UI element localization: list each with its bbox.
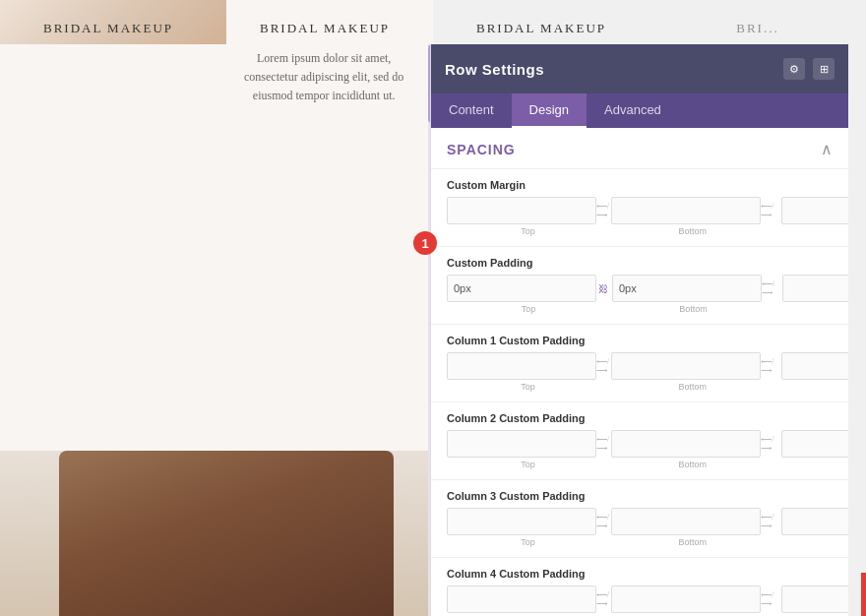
col3-padding-label: Column 3 Custom Padding [447,490,833,502]
padding-link-icon[interactable]: ⛓ [598,283,608,294]
padding-top-label: Top [522,304,536,314]
col2-bottom-group: ⟵/⟶ Bottom [611,430,773,469]
col1-left-group: ⟵/⟶ Left [781,352,848,392]
col3-top-group: ⟵/⟶ Top [447,508,609,547]
panel-content: Spacing ∧ Custom Margin ⟵/⟶ Top ⟵/⟶ [431,128,848,616]
custom-margin-inputs: ⟵/⟶ Top ⟵/⟶ Bottom ⟵/⟶ [447,197,833,236]
margin-bottom-group: ⟵/⟶ Bottom [611,197,773,236]
col1-padding-block: Column 1 Custom Padding ⟵/⟶ Top ⟵/⟶ Bott… [431,325,848,402]
padding-bottom-responsive: ⟵/⟶ [762,279,774,297]
col2-padding-inputs: ⟵/⟶ Top ⟵/⟶ Bottom ⟵/⟶ [447,430,833,469]
col3-padding-inputs: ⟵/⟶ Top ⟵/⟶ Bottom ⟵/⟶ [447,508,833,547]
padding-top-input[interactable] [447,275,596,302]
col4-left-group: ⟵/⟶ Left [781,585,848,616]
col3-bottom-group: ⟵/⟶ Bottom [611,508,773,547]
margin-top-group: ⟵/⟶ Top [447,197,609,236]
margin-top-label: Top [521,226,535,236]
margin-top-input[interactable] [447,197,596,224]
col1-bottom-group: ⟵/⟶ Bottom [611,352,773,392]
col1-bottom-label: Bottom [679,382,708,392]
margin-bottom-responsive: ⟵/⟶ [761,202,773,219]
col3-top-input[interactable] [447,508,596,535]
bg-image-inner [59,451,394,616]
margin-left-input[interactable] [781,197,848,224]
cancel-button[interactable]: ✕ [861,573,866,616]
padding-left-group: ⟵/⟶ Left [782,275,848,314]
padding-bottom-label: Bottom [679,304,708,314]
custom-margin-block: Custom Margin ⟵/⟶ Top ⟵/⟶ Bottom [431,169,848,247]
panel-tabs: Content Design Advanced [431,93,848,128]
col1-top-group: ⟵/⟶ Top [447,352,609,392]
col3-bottom-label: Bottom [679,537,708,547]
col4-bottom-group: ⟵/⟶ Bottom [611,585,773,616]
header-title-1: Bridal Makeup [0,9,216,36]
col2-top-group: ⟵/⟶ Top [447,430,609,469]
panel-header-icons: ⚙ ⊞ [783,58,835,80]
tab-content[interactable]: Content [431,93,512,128]
col2-left-group: ⟵/⟶ Left [781,430,848,469]
col3-bottom-input[interactable] [611,508,761,535]
panel-title: Row Settings [445,61,544,78]
col2-bottom-label: Bottom [679,460,708,469]
col1-padding-label: Column 1 Custom Padding [447,335,833,346]
padding-bottom-input[interactable] [612,275,762,302]
header-title-3: Bridal Makeup [433,9,650,36]
col2-left-input[interactable] [781,430,848,458]
col4-bottom-responsive: ⟵/⟶ [761,590,773,608]
header-title-2: Bridal Makeup [216,9,433,36]
col2-padding-block: Column 2 Custom Padding ⟵/⟶ Top ⟵/⟶ Bott… [431,402,848,480]
col2-padding-label: Column 2 Custom Padding [447,412,833,424]
col4-padding-label: Column 4 Custom Padding [447,568,833,580]
custom-margin-label: Custom Margin [447,179,833,191]
col4-top-responsive: ⟵/⟶ [596,590,609,608]
body-text: Lorem ipsum dolor sit amet, consectetur … [244,49,403,106]
margin-left-group: ⟵/⟶ Left [781,197,848,236]
margin-bottom-label: Bottom [679,226,708,236]
spacing-section-header: Spacing ∧ [431,128,848,169]
col4-padding-inputs: ⟵/⟶ Top ⟵/⟶ Bottom ⟵/⟶ [447,585,833,616]
panel-header: Row Settings ⚙ ⊞ [431,44,848,93]
col4-left-input[interactable] [781,585,848,613]
step-badge: 1 [413,231,437,255]
col4-top-group: ⟵/⟶ Top [447,585,609,616]
bottom-toolbar: ✕ ↺ ↻ ✓ [861,573,866,616]
col3-left-input[interactable] [781,508,848,535]
settings-panel: Row Settings ⚙ ⊞ Content Design Advanced… [430,44,848,616]
col1-bottom-input[interactable] [611,352,761,380]
padding-top-group: ⛓ Top [447,275,610,314]
custom-padding-inputs: ⛓ Top ⟵/⟶ Bottom ⟵/⟶ [447,275,833,314]
col2-bottom-input[interactable] [611,430,761,458]
col3-top-responsive: ⟵/⟶ [596,513,609,530]
col2-top-label: Top [521,460,535,469]
custom-padding-label: Custom Padding [447,257,833,269]
col4-bottom-input[interactable] [611,585,761,613]
col3-padding-block: Column 3 Custom Padding ⟵/⟶ Top ⟵/⟶ Bott… [431,480,848,558]
custom-padding-block: Custom Padding ⛓ Top ⟵/⟶ Bottom [431,247,848,325]
padding-left-input[interactable] [782,275,848,302]
col1-left-input[interactable] [781,352,848,380]
margin-top-responsive: ⟵/⟶ [596,202,609,219]
col1-top-responsive: ⟵/⟶ [596,357,609,375]
padding-bottom-group: ⟵/⟶ Bottom [612,275,774,314]
col4-padding-block: Column 4 Custom Padding ⟵/⟶ Top ⟵/⟶ Bott… [431,558,848,616]
col2-top-responsive: ⟵/⟶ [596,435,609,453]
header-title-4: Bri... [650,9,866,36]
col2-bottom-responsive: ⟵/⟶ [761,435,773,453]
grid-icon[interactable]: ⊞ [813,58,835,80]
header-titles: Bridal Makeup Bridal Makeup Bridal Makeu… [0,0,866,44]
col3-bottom-responsive: ⟵/⟶ [761,513,773,530]
spacing-title: Spacing [447,142,516,157]
tab-design[interactable]: Design [512,93,587,128]
col1-top-label: Top [521,382,535,392]
settings-icon[interactable]: ⚙ [783,58,805,80]
collapse-icon[interactable]: ∧ [821,140,833,158]
col1-padding-inputs: ⟵/⟶ Top ⟵/⟶ Bottom ⟵/⟶ [447,352,833,392]
tab-advanced[interactable]: Advanced [587,93,679,128]
col2-top-input[interactable] [447,430,596,458]
col4-top-input[interactable] [447,585,596,613]
col3-top-label: Top [521,537,535,547]
col3-left-group: ⟵/⟶ Left [781,508,848,547]
margin-bottom-input[interactable] [611,197,761,224]
col1-bottom-responsive: ⟵/⟶ [761,357,773,375]
col1-top-input[interactable] [447,352,596,380]
